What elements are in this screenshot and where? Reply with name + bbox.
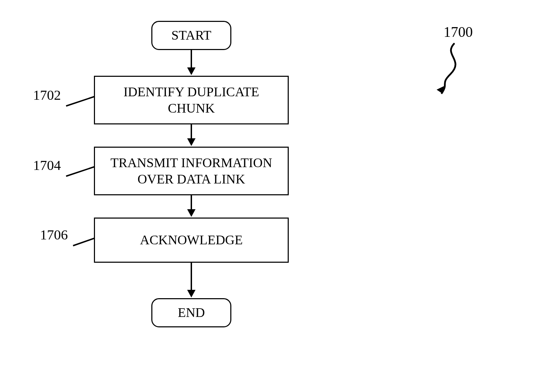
step1-node: IDENTIFY DUPLICATE CHUNK (94, 76, 289, 124)
svg-marker-7 (187, 138, 196, 146)
end-node: END (151, 298, 231, 327)
figure-number-label: 1700 (444, 24, 473, 40)
flowchart: START IDENTIFY DUPLICATE CHUNK TRANSMIT … (70, 21, 313, 327)
arrow-step1-to-step2 (70, 124, 313, 147)
ref-label-1704: 1704 (33, 157, 61, 173)
svg-marker-5 (187, 67, 196, 75)
ref-label-1702: 1702 (33, 87, 61, 103)
step2-node: TRANSMIT INFORMATION OVER DATA LINK (94, 147, 289, 195)
arrow-start-to-step1 (70, 50, 313, 76)
figure-squiggle-arrow (430, 41, 471, 101)
start-node: START (151, 21, 231, 50)
svg-marker-11 (187, 290, 196, 297)
step3-node: ACKNOWLEDGE (94, 218, 289, 263)
arrow-step3-to-end (70, 263, 313, 298)
ref-label-1706: 1706 (40, 227, 68, 243)
svg-marker-9 (187, 209, 196, 217)
arrow-step2-to-step3 (70, 195, 313, 218)
